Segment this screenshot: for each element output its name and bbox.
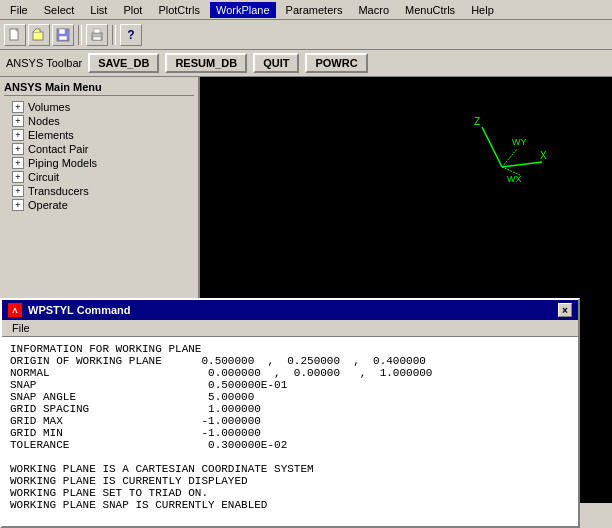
command-title-label: WPSTYL Command bbox=[28, 304, 130, 316]
sidebar-label-volumes: Volumes bbox=[28, 101, 70, 113]
ansys-logo-icon: Λ bbox=[8, 303, 22, 317]
toolbar-open-btn[interactable] bbox=[28, 24, 50, 46]
sidebar-label-contact-pair: Contact Pair bbox=[28, 143, 89, 155]
command-close-btn[interactable]: × bbox=[558, 303, 572, 317]
resum-db-btn[interactable]: RESUM_DB bbox=[165, 53, 247, 73]
command-title-text: Λ WPSTYL Command bbox=[8, 303, 130, 317]
expander-operate[interactable]: + bbox=[12, 199, 24, 211]
svg-rect-1 bbox=[33, 32, 43, 40]
sidebar-item-volumes[interactable]: + Volumes bbox=[4, 100, 194, 114]
sidebar-label-nodes: Nodes bbox=[28, 115, 60, 127]
sidebar-item-nodes[interactable]: + Nodes bbox=[4, 114, 194, 128]
sidebar-item-contact-pair[interactable]: + Contact Pair bbox=[4, 142, 194, 156]
menu-help[interactable]: Help bbox=[465, 2, 500, 18]
sidebar-title: ANSYS Main Menu bbox=[4, 81, 194, 96]
toolbar-print-btn[interactable] bbox=[86, 24, 108, 46]
expander-elements[interactable]: + bbox=[12, 129, 24, 141]
sidebar-item-elements[interactable]: + Elements bbox=[4, 128, 194, 142]
menu-select[interactable]: Select bbox=[38, 2, 81, 18]
command-title-bar: Λ WPSTYL Command × bbox=[2, 300, 578, 320]
menu-workplane[interactable]: WorkPlane bbox=[210, 2, 276, 18]
menu-bar: File Select List Plot PlotCtrls WorkPlan… bbox=[0, 0, 612, 20]
sidebar-item-piping-models[interactable]: + Piping Models bbox=[4, 156, 194, 170]
sidebar-item-circuit[interactable]: + Circuit bbox=[4, 170, 194, 184]
menu-plotctrls[interactable]: PlotCtrls bbox=[152, 2, 206, 18]
svg-rect-4 bbox=[59, 36, 67, 40]
expander-transducers[interactable]: + bbox=[12, 185, 24, 197]
sidebar-label-elements: Elements bbox=[28, 129, 74, 141]
toolbar-help-btn[interactable]: ? bbox=[120, 24, 142, 46]
command-file-menu[interactable]: File bbox=[8, 322, 34, 334]
menu-plot[interactable]: Plot bbox=[117, 2, 148, 18]
sidebar-label-piping-models: Piping Models bbox=[28, 157, 97, 169]
toolbar-new-btn[interactable] bbox=[4, 24, 26, 46]
toolbar-save-btn[interactable] bbox=[52, 24, 74, 46]
menu-parameters[interactable]: Parameters bbox=[280, 2, 349, 18]
toolbar-separator-2 bbox=[112, 25, 116, 45]
expander-nodes[interactable]: + bbox=[12, 115, 24, 127]
expander-volumes[interactable]: + bbox=[12, 101, 24, 113]
svg-rect-7 bbox=[93, 37, 101, 40]
sidebar-item-operate[interactable]: + Operate bbox=[4, 198, 194, 212]
menu-list[interactable]: List bbox=[84, 2, 113, 18]
save-db-btn[interactable]: SAVE_DB bbox=[88, 53, 159, 73]
ansys-toolbar-label-text: ANSYS Toolbar bbox=[6, 57, 82, 69]
expander-circuit[interactable]: + bbox=[12, 171, 24, 183]
sidebar-label-circuit: Circuit bbox=[28, 171, 59, 183]
menu-menuctrls[interactable]: MenuCtrls bbox=[399, 2, 461, 18]
svg-line-14 bbox=[502, 149, 517, 167]
svg-text:WX: WX bbox=[507, 174, 522, 184]
svg-text:X: X bbox=[540, 150, 547, 161]
sidebar-item-transducers[interactable]: + Transducers bbox=[4, 184, 194, 198]
svg-line-8 bbox=[482, 127, 502, 167]
powrc-btn[interactable]: POWRC bbox=[305, 53, 367, 73]
menu-file[interactable]: File bbox=[4, 2, 34, 18]
sidebar-label-operate: Operate bbox=[28, 199, 68, 211]
quit-btn[interactable]: QUIT bbox=[253, 53, 299, 73]
toolbar-separator-1 bbox=[78, 25, 82, 45]
svg-rect-6 bbox=[94, 29, 100, 33]
main-toolbar: ? bbox=[0, 20, 612, 50]
svg-line-10 bbox=[502, 162, 542, 167]
svg-rect-3 bbox=[59, 29, 65, 34]
sidebar-label-transducers: Transducers bbox=[28, 185, 89, 197]
command-window: Λ WPSTYL Command × File INFORMATION FOR … bbox=[0, 298, 580, 528]
svg-text:Z: Z bbox=[474, 116, 480, 127]
command-menu-bar: File bbox=[2, 320, 578, 337]
menu-macro[interactable]: Macro bbox=[352, 2, 395, 18]
wp-axes-svg: Z X WY WX bbox=[452, 107, 552, 197]
expander-contact-pair[interactable]: + bbox=[12, 143, 24, 155]
svg-text:WY: WY bbox=[512, 137, 527, 147]
command-content: INFORMATION FOR WORKING PLANE ORIGIN OF … bbox=[2, 337, 578, 526]
expander-piping-models[interactable]: + bbox=[12, 157, 24, 169]
ansys-toolbar-area: ANSYS Toolbar SAVE_DB RESUM_DB QUIT POWR… bbox=[0, 50, 612, 77]
